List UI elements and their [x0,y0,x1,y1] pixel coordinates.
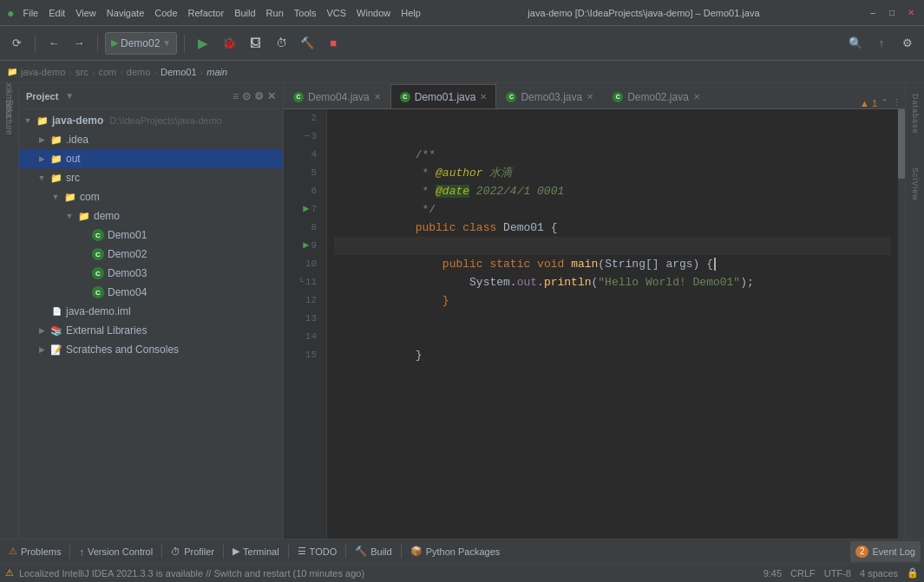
code-editor[interactable]: 2 ─ 3 4 5 6 ▶ 7 8 ▶ 9 [284,109,898,539]
build-button[interactable]: 🔨 [296,32,318,55]
breadcrumb-method[interactable]: main [206,67,227,77]
sidebar-settings-icon[interactable]: ⚙ [254,90,264,102]
tab-demo04[interactable]: C Demo04.java ✕ [284,84,390,108]
tree-arrow-external-libs [36,326,47,335]
status-lock-icon[interactable]: 🔒 [907,567,919,579]
problems-button[interactable]: ⚠ Problems [3,541,66,562]
tree-item-com[interactable]: 📁 com [19,187,283,206]
run-config-selector[interactable]: ▶ Demo02 ▼ [105,32,177,55]
sync-button[interactable]: ⟳ [5,32,28,55]
menu-code[interactable]: Code [154,8,177,18]
sciview-panel-icon[interactable]: SciView [911,162,920,206]
tab-close-demo03[interactable]: ✕ [587,93,593,101]
tab-demo02[interactable]: C Demo02.java ✕ [603,84,710,108]
build-button-bottom[interactable]: 🔨 Build [350,541,396,562]
tabs-expand-icon[interactable]: ⌃ [881,97,888,108]
stop-button[interactable]: ■ [322,32,344,55]
tree-item-demo01[interactable]: C Demo01 [19,226,283,245]
sidebar-close-icon[interactable]: ✕ [267,90,276,102]
fold-3-icon[interactable]: ─ [304,128,309,146]
close-button[interactable]: ✕ [905,7,917,19]
status-charset[interactable]: UTF-8 [824,568,851,579]
tree-item-idea[interactable]: 📁 .idea [19,130,283,149]
java-icon-demo04: C [91,285,105,299]
search-everywhere-button[interactable]: 🔍 [844,32,867,55]
code-line-3: /** [334,128,891,146]
status-line-ending[interactable]: CRLF [790,568,816,579]
tree-item-demo[interactable]: 📁 demo [19,206,283,226]
menu-file[interactable]: File [23,8,38,18]
tab-demo01[interactable]: C Demo01.java ✕ [390,84,497,108]
tab-close-demo04[interactable]: ✕ [374,93,381,101]
status-indent[interactable]: 4 spaces [860,568,898,579]
breadcrumb-class[interactable]: Demo01 [161,67,197,77]
menu-help[interactable]: Help [401,8,421,18]
tabs-more-icon[interactable]: ⋮ [892,97,901,108]
editor-scrollbar[interactable] [898,109,905,539]
menu-tools[interactable]: Tools [294,8,317,18]
tree-item-scratches[interactable]: 📝 Scratches and Consoles [19,340,283,359]
tree-item-out[interactable]: 📁 out [19,149,283,168]
profiler-button[interactable]: ⏱ Profiler [166,541,220,562]
event-log-button[interactable]: 2 Event Log [850,541,921,562]
breadcrumb-com[interactable]: com [98,67,116,77]
fold-11-icon[interactable]: └ [298,273,304,291]
folder-icon-out: 📁 [49,152,63,166]
profile-button[interactable]: ⏱ [270,32,292,55]
menu-vcs[interactable]: VCS [326,8,346,18]
scroll-thumb[interactable] [898,109,905,179]
code-line-13 [334,310,891,328]
terminal-button[interactable]: ▶ Terminal [227,541,285,562]
tab-demo03[interactable]: C Demo03.java ✕ [496,84,603,108]
tree-label-demo: demo [94,210,120,222]
run-marker-7[interactable]: ▶ [303,200,309,219]
menu-view[interactable]: View [75,8,96,18]
breadcrumb-demo[interactable]: demo [127,67,151,77]
line-num-12: 12 [284,291,321,310]
menu-build[interactable]: Build [234,8,255,18]
breadcrumb-project[interactable]: java-demo [21,67,65,77]
back-button[interactable]: ← [43,32,65,55]
todo-button[interactable]: ☰ TODO [292,541,343,562]
tree-item-demo04[interactable]: C Demo04 [19,283,283,302]
tree-item-external-libs[interactable]: 📚 External Libraries [19,321,283,340]
sidebar-dropdown-icon[interactable]: ▼ [65,91,74,101]
tab-close-demo01[interactable]: ✕ [480,93,487,101]
java-icon-demo03: C [91,266,105,280]
breadcrumb-src[interactable]: src [75,67,88,77]
coverage-button[interactable]: ⛾ [244,32,266,55]
menu-edit[interactable]: Edit [49,8,65,18]
menu-navigate[interactable]: Navigate [107,8,144,18]
locate-file-icon[interactable]: ⊙ [242,90,251,102]
maximize-button[interactable]: □ [886,7,898,19]
collapse-all-icon[interactable]: ≡ [233,90,239,102]
debug-button[interactable]: 🐞 [218,32,240,55]
menu-window[interactable]: Window [357,8,390,18]
run-config-icon: ▶ [111,37,118,49]
terminal-icon: ▶ [233,546,239,557]
forward-button[interactable]: → [68,32,90,55]
python-packages-button[interactable]: 📦 Python Packages [405,541,506,562]
toolbar-sep-3 [184,35,185,52]
tree-item-demo02[interactable]: C Demo02 [19,245,283,264]
code-content[interactable]: /** * @author 水滴 * @date 2022/4/1 0001 *… [327,109,898,539]
structure-panel-icon[interactable]: Structure [2,109,17,125]
menu-run[interactable]: Run [266,8,284,18]
warning-badge[interactable]: ▲ 1 [860,98,877,108]
run-button[interactable]: ▶ [192,32,214,55]
run-marker-9[interactable]: ▶ [303,237,309,255]
tab-close-demo02[interactable]: ✕ [693,93,700,101]
tree-item-src[interactable]: 📁 src [19,168,283,187]
update-button[interactable]: ↑ [870,32,893,55]
tree-item-java-demo[interactable]: 📁 java-demo D:\IdeaProjects\java-demo [19,111,283,130]
database-panel-icon[interactable]: Database [911,88,920,140]
minimize-button[interactable]: – [867,7,879,19]
menu-refactor[interactable]: Refactor [188,8,225,18]
tree-item-iml[interactable]: 📄 java-demo.iml [19,302,283,321]
code-line-14: } [334,328,891,346]
settings-button[interactable]: ⚙ [896,32,919,55]
tree-item-demo03[interactable]: C Demo03 [19,264,283,283]
breadcrumb-sep-3: › [120,67,123,77]
tree-label-out: out [66,153,81,165]
version-control-button[interactable]: ↑ Version Control [74,541,158,562]
